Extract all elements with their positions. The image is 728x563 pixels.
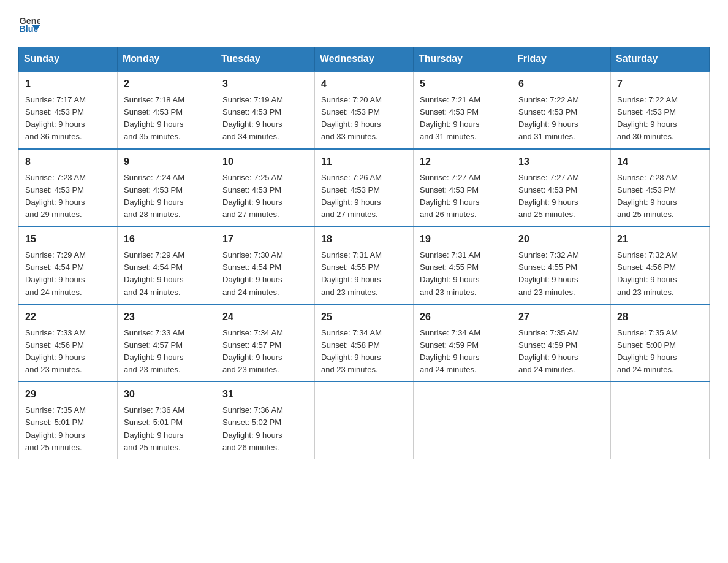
- day-info: Sunrise: 7:19 AMSunset: 4:53 PMDaylight:…: [222, 94, 308, 144]
- week-row-1: 1Sunrise: 7:17 AMSunset: 4:53 PMDaylight…: [19, 71, 710, 149]
- day-info: Sunrise: 7:29 AMSunset: 4:54 PMDaylight:…: [124, 249, 210, 299]
- day-number: 14: [617, 155, 703, 169]
- calendar-cell: 14Sunrise: 7:28 AMSunset: 4:53 PMDayligh…: [611, 149, 710, 227]
- day-info: Sunrise: 7:21 AMSunset: 4:53 PMDaylight:…: [420, 94, 506, 144]
- calendar-cell: 29Sunrise: 7:35 AMSunset: 5:01 PMDayligh…: [19, 381, 118, 459]
- day-number: 5: [420, 77, 506, 91]
- day-number: 15: [25, 232, 111, 247]
- calendar-cell: 15Sunrise: 7:29 AMSunset: 4:54 PMDayligh…: [19, 226, 118, 304]
- day-number: 24: [222, 310, 308, 324]
- day-info: Sunrise: 7:22 AMSunset: 4:53 PMDaylight:…: [518, 94, 604, 144]
- calendar-cell: 16Sunrise: 7:29 AMSunset: 4:54 PMDayligh…: [118, 226, 216, 304]
- calendar-cell: 6Sunrise: 7:22 AMSunset: 4:53 PMDaylight…: [512, 71, 611, 149]
- calendar-header-sunday: Sunday: [19, 47, 118, 72]
- calendar-cell: 28Sunrise: 7:35 AMSunset: 5:00 PMDayligh…: [611, 304, 710, 382]
- day-info: Sunrise: 7:25 AMSunset: 4:53 PMDaylight:…: [222, 172, 308, 221]
- calendar-cell: [414, 381, 512, 459]
- day-number: 7: [617, 77, 703, 91]
- day-number: 29: [25, 387, 111, 402]
- day-number: 31: [222, 387, 308, 402]
- calendar-cell: 25Sunrise: 7:34 AMSunset: 4:58 PMDayligh…: [315, 304, 414, 382]
- day-info: Sunrise: 7:34 AMSunset: 4:58 PMDaylight:…: [321, 327, 407, 377]
- day-number: 17: [222, 232, 308, 247]
- day-number: 20: [518, 232, 604, 247]
- day-info: Sunrise: 7:35 AMSunset: 4:59 PMDaylight:…: [518, 327, 604, 377]
- day-info: Sunrise: 7:36 AMSunset: 5:02 PMDaylight:…: [222, 404, 308, 454]
- calendar-header-row: SundayMondayTuesdayWednesdayThursdayFrid…: [19, 47, 710, 72]
- calendar-cell: 10Sunrise: 7:25 AMSunset: 4:53 PMDayligh…: [216, 149, 315, 227]
- calendar-table: SundayMondayTuesdayWednesdayThursdayFrid…: [18, 47, 710, 459]
- day-info: Sunrise: 7:35 AMSunset: 5:00 PMDaylight:…: [617, 327, 703, 377]
- day-number: 27: [518, 310, 604, 324]
- week-row-5: 29Sunrise: 7:35 AMSunset: 5:01 PMDayligh…: [19, 381, 710, 459]
- calendar-cell: 5Sunrise: 7:21 AMSunset: 4:53 PMDaylight…: [414, 71, 512, 149]
- calendar-header-saturday: Saturday: [611, 47, 710, 72]
- day-info: Sunrise: 7:33 AMSunset: 4:57 PMDaylight:…: [124, 327, 210, 377]
- day-info: Sunrise: 7:31 AMSunset: 4:55 PMDaylight:…: [321, 249, 407, 299]
- calendar-cell: 23Sunrise: 7:33 AMSunset: 4:57 PMDayligh…: [118, 304, 216, 382]
- calendar-cell: [512, 381, 611, 459]
- calendar-cell: 2Sunrise: 7:18 AMSunset: 4:53 PMDaylight…: [118, 71, 216, 149]
- calendar-cell: 7Sunrise: 7:22 AMSunset: 4:53 PMDaylight…: [611, 71, 710, 149]
- calendar-cell: [315, 381, 414, 459]
- day-info: Sunrise: 7:28 AMSunset: 4:53 PMDaylight:…: [617, 172, 703, 221]
- day-info: Sunrise: 7:29 AMSunset: 4:54 PMDaylight:…: [25, 249, 111, 299]
- day-number: 26: [420, 310, 506, 324]
- day-info: Sunrise: 7:32 AMSunset: 4:55 PMDaylight:…: [518, 249, 604, 299]
- day-info: Sunrise: 7:31 AMSunset: 4:55 PMDaylight:…: [420, 249, 506, 299]
- day-number: 2: [124, 77, 210, 91]
- day-info: Sunrise: 7:22 AMSunset: 4:53 PMDaylight:…: [617, 94, 703, 144]
- day-info: Sunrise: 7:30 AMSunset: 4:54 PMDaylight:…: [222, 249, 308, 299]
- page-header: General Blue: [18, 12, 710, 34]
- week-row-2: 8Sunrise: 7:23 AMSunset: 4:53 PMDaylight…: [19, 149, 710, 227]
- day-number: 6: [518, 77, 604, 91]
- calendar-cell: 19Sunrise: 7:31 AMSunset: 4:55 PMDayligh…: [414, 226, 512, 304]
- day-number: 4: [321, 77, 407, 91]
- calendar-cell: 18Sunrise: 7:31 AMSunset: 4:55 PMDayligh…: [315, 226, 414, 304]
- week-row-3: 15Sunrise: 7:29 AMSunset: 4:54 PMDayligh…: [19, 226, 710, 304]
- calendar-cell: 21Sunrise: 7:32 AMSunset: 4:56 PMDayligh…: [611, 226, 710, 304]
- day-info: Sunrise: 7:18 AMSunset: 4:53 PMDaylight:…: [124, 94, 210, 144]
- calendar-cell: 3Sunrise: 7:19 AMSunset: 4:53 PMDaylight…: [216, 71, 315, 149]
- day-number: 22: [25, 310, 111, 324]
- calendar-header-thursday: Thursday: [414, 47, 512, 72]
- day-info: Sunrise: 7:32 AMSunset: 4:56 PMDaylight:…: [617, 249, 703, 299]
- day-number: 10: [222, 155, 308, 169]
- day-number: 1: [25, 77, 111, 91]
- day-info: Sunrise: 7:20 AMSunset: 4:53 PMDaylight:…: [321, 94, 407, 144]
- day-number: 8: [25, 155, 111, 169]
- calendar-header-friday: Friday: [512, 47, 611, 72]
- calendar-cell: 30Sunrise: 7:36 AMSunset: 5:01 PMDayligh…: [118, 381, 216, 459]
- day-info: Sunrise: 7:33 AMSunset: 4:56 PMDaylight:…: [25, 327, 111, 377]
- calendar-header-monday: Monday: [118, 47, 216, 72]
- day-info: Sunrise: 7:27 AMSunset: 4:53 PMDaylight:…: [420, 172, 506, 221]
- calendar-header-wednesday: Wednesday: [315, 47, 414, 72]
- day-info: Sunrise: 7:17 AMSunset: 4:53 PMDaylight:…: [25, 94, 111, 144]
- calendar-cell: 26Sunrise: 7:34 AMSunset: 4:59 PMDayligh…: [414, 304, 512, 382]
- day-number: 18: [321, 232, 407, 247]
- calendar-cell: 31Sunrise: 7:36 AMSunset: 5:02 PMDayligh…: [216, 381, 315, 459]
- calendar-cell: [611, 381, 710, 459]
- day-number: 19: [420, 232, 506, 247]
- calendar-cell: 1Sunrise: 7:17 AMSunset: 4:53 PMDaylight…: [19, 71, 118, 149]
- day-info: Sunrise: 7:36 AMSunset: 5:01 PMDaylight:…: [124, 404, 210, 454]
- day-info: Sunrise: 7:24 AMSunset: 4:53 PMDaylight:…: [124, 172, 210, 221]
- day-number: 21: [617, 232, 703, 247]
- calendar-cell: 4Sunrise: 7:20 AMSunset: 4:53 PMDaylight…: [315, 71, 414, 149]
- logo-icon: General Blue: [18, 12, 40, 34]
- calendar-cell: 11Sunrise: 7:26 AMSunset: 4:53 PMDayligh…: [315, 149, 414, 227]
- calendar-cell: 8Sunrise: 7:23 AMSunset: 4:53 PMDaylight…: [19, 149, 118, 227]
- svg-text:Blue: Blue: [19, 24, 38, 34]
- day-number: 3: [222, 77, 308, 91]
- calendar-cell: 27Sunrise: 7:35 AMSunset: 4:59 PMDayligh…: [512, 304, 611, 382]
- calendar-cell: 9Sunrise: 7:24 AMSunset: 4:53 PMDaylight…: [118, 149, 216, 227]
- calendar-cell: 20Sunrise: 7:32 AMSunset: 4:55 PMDayligh…: [512, 226, 611, 304]
- day-number: 30: [124, 387, 210, 402]
- logo: General Blue: [18, 12, 43, 34]
- calendar-header-tuesday: Tuesday: [216, 47, 315, 72]
- calendar-cell: 13Sunrise: 7:27 AMSunset: 4:53 PMDayligh…: [512, 149, 611, 227]
- day-info: Sunrise: 7:26 AMSunset: 4:53 PMDaylight:…: [321, 172, 407, 221]
- day-number: 9: [124, 155, 210, 169]
- day-number: 12: [420, 155, 506, 169]
- calendar-cell: 24Sunrise: 7:34 AMSunset: 4:57 PMDayligh…: [216, 304, 315, 382]
